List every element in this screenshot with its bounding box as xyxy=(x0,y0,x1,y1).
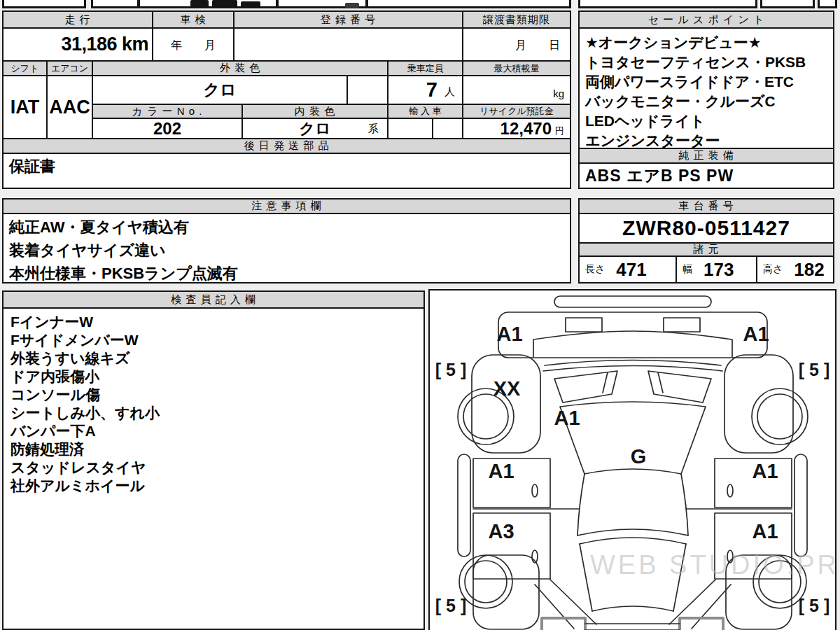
sales-point-line: 両側パワースライドドア・ETC xyxy=(585,72,833,92)
inspector-notes-header: 検 査 員 記 入 欄 xyxy=(2,290,425,309)
notes-header: 注 意 事 項 欄 xyxy=(2,198,571,214)
damage-mark-cowl-right: G xyxy=(631,445,647,468)
roof-bar-shape xyxy=(554,296,711,307)
mileage-text: 31,186 km xyxy=(61,34,148,55)
length-label: 長さ xyxy=(585,263,605,276)
chassis-number-value: ZWR80-0511427 xyxy=(578,213,834,244)
damage-mark-left-slide-door: A3 xyxy=(488,520,514,542)
width-label: 幅 xyxy=(682,263,692,276)
transfer-text: 月 日 xyxy=(515,38,560,53)
chassis-number-header: 車 台 番 号 xyxy=(578,198,834,214)
exterior-color-header: 外 装 色 xyxy=(92,60,388,76)
damage-mark-left-fender: XX xyxy=(493,377,521,400)
aircon-header: エアコン xyxy=(46,60,93,76)
inspector-line: バンパー下A xyxy=(10,422,424,440)
cutoff-row-box xyxy=(2,0,86,8)
shift-header: シフト xyxy=(2,60,48,76)
mileage-value: 31,186 km xyxy=(2,27,153,62)
cutoff-row-box xyxy=(578,0,757,8)
capacity-number: 7 xyxy=(426,78,438,102)
dimensions-header: 諸 元 xyxy=(578,242,834,257)
dimension-length-cell: 長さ 471 xyxy=(578,255,677,284)
interior-color-text: クロ xyxy=(299,118,330,139)
cutoff-row-box xyxy=(91,0,139,8)
rear-fender-left-shape xyxy=(473,555,539,629)
exterior-color-value: クロ xyxy=(92,75,348,105)
transfer-deadline-value: 月 日 xyxy=(462,27,571,62)
cut-off-text-fragment xyxy=(345,3,359,8)
damage-mark-left-front-door: A1 xyxy=(488,460,514,482)
shift-text: IAT xyxy=(10,97,40,118)
later-parts-value: 保証書 xyxy=(2,153,571,189)
inspector-line: シートしみ小、すれ小 xyxy=(10,404,424,422)
max-load-header: 最大積載量 xyxy=(462,60,571,76)
dimension-height-cell: 高さ 182 xyxy=(756,255,834,284)
cut-off-text-fragment xyxy=(190,0,209,8)
sales-points-body: ★オークションデビュー★ トヨタセーフティセンス・PKSB 両側パワースライドド… xyxy=(578,27,834,149)
interior-color-value: クロ 系 xyxy=(241,118,388,139)
capacity-value: 7 人 xyxy=(387,75,463,105)
height-label: 高さ xyxy=(763,263,783,276)
notes-body: 純正AW・夏タイヤ積込有 装着タイヤサイズ違い 本州仕様車・PKSBランプ点滅有 xyxy=(2,213,571,284)
windshield-pane-left xyxy=(554,371,617,402)
front-bumper-shape xyxy=(498,312,767,358)
interior-color-suffix: 系 xyxy=(368,122,379,135)
note-line: 装着タイヤサイズ違い xyxy=(9,239,570,262)
import-header: 輸 入 車 xyxy=(387,104,463,119)
inspector-line: FサイドメンバーW xyxy=(10,331,424,349)
rocker-left-shape xyxy=(458,454,470,556)
width-value: 173 xyxy=(704,259,734,281)
capacity-unit: 人 xyxy=(444,85,455,99)
damage-mark-right-slide-door: A1 xyxy=(752,520,778,542)
length-value: 471 xyxy=(616,259,646,281)
cut-off-text-fragment xyxy=(212,0,237,8)
sales-point-line: バックモニター・クルーズC xyxy=(585,92,833,111)
front-right-wheel xyxy=(752,388,808,444)
inspector-line: ドア内張傷小 xyxy=(10,368,424,386)
note-line: 本州仕様車・PKSBランプ点滅有 xyxy=(9,262,570,285)
recycle-deposit-number: 12,470 xyxy=(500,119,552,139)
shaken-value: 年 月 xyxy=(152,27,234,62)
aircon-value: AAC xyxy=(46,75,93,139)
damage-mark-right-front-door: A1 xyxy=(752,460,778,482)
tire-mark-top-right: [ 5 ] xyxy=(799,360,830,379)
damage-mark-front-bumper-left: A1 xyxy=(496,323,522,345)
capacity-header: 乗車定員 xyxy=(387,60,463,76)
sales-points-header: セ ー ル ス ポ イ ン ト xyxy=(578,10,834,29)
inspector-line: コンソール傷 xyxy=(10,386,424,404)
tire-mark-bottom-right: [ 5 ] xyxy=(799,596,830,615)
inspector-notes-body: FインナーW FサイドメンバーW 外装うすい線キズ ドア内張傷小 コンソール傷 … xyxy=(2,307,425,630)
door-handle xyxy=(727,484,733,497)
recycle-deposit-value: 12,470 円 xyxy=(462,118,571,139)
mileage-header: 走 行 xyxy=(2,10,153,29)
cut-off-text-fragment xyxy=(241,1,260,8)
dimension-width-cell: 幅 173 xyxy=(676,255,757,284)
transfer-deadline-header: 譲渡書類期限 xyxy=(462,10,571,29)
inspector-line: 社外アルミホイール xyxy=(10,477,424,495)
tire-mark-top-left: [ 5 ] xyxy=(435,360,466,379)
damage-mark-hood: A1 xyxy=(554,407,580,429)
auction-sheet-document: 走 行 車 検 登 録 番 号 譲渡書類期限 31,186 km 年 月 月 日… xyxy=(0,0,840,630)
chassis-number-text: ZWR80-0511427 xyxy=(622,216,790,240)
max-load-value: kg xyxy=(462,75,571,105)
genuine-equipment-value: ABS エアB PS PW xyxy=(578,162,834,189)
cutoff-row-box xyxy=(818,0,837,8)
exterior-color-text: クロ xyxy=(203,79,236,101)
recycle-deposit-unit: 円 xyxy=(555,125,564,137)
sales-point-line: LEDヘッドライト xyxy=(585,111,833,131)
rocker-right-shape xyxy=(794,454,807,556)
genuine-equipment-text: ABS エアB PS PW xyxy=(585,165,734,187)
later-parts-text: 保証書 xyxy=(4,154,570,177)
tire-mark-bottom-left: [ 5 ] xyxy=(435,596,466,615)
rear-bumper-right-shape xyxy=(680,618,723,630)
color-no-value: 202 xyxy=(92,118,243,139)
rear-left-wheel xyxy=(459,555,512,608)
rear-bumper-left-shape xyxy=(542,618,585,630)
aircon-text: AAC xyxy=(49,97,90,118)
exterior-color-subcell xyxy=(346,75,388,105)
shaken-text: 年 月 xyxy=(171,38,216,53)
shaken-header: 車 検 xyxy=(152,10,234,29)
later-parts-header: 後 日 発 送 部 品 xyxy=(2,138,571,154)
inspector-line: 防錆処理済 xyxy=(10,440,424,458)
cutoff-row-box xyxy=(366,0,571,8)
